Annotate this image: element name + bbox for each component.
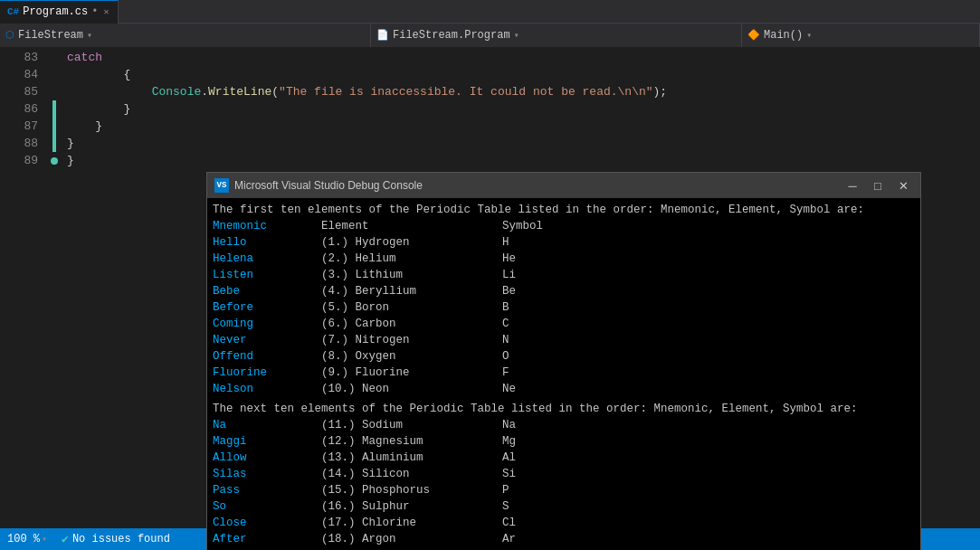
mnemonic-cell: Hello (213, 234, 321, 251)
element-row: Bebe(4.) BerylliumBe (213, 283, 915, 299)
element-row: So(16.) SulphurS (213, 498, 915, 515)
element-row: Before(5.) BoronB (213, 299, 915, 316)
line-numbers: 83 84 85 86 87 88 89 (0, 47, 45, 528)
element-row: Never(7.) NitrogenN (213, 332, 915, 348)
scope-label-3: Main() (764, 29, 803, 42)
symbol-cell: Ar (502, 531, 516, 547)
symbol-cell: Cl (502, 515, 516, 531)
minimize-button[interactable]: ─ (842, 177, 862, 194)
element-cell: (18.) Argon (321, 531, 502, 547)
mnemonic-cell: Offend (213, 348, 321, 365)
mnemonic-cell: Allow (213, 450, 321, 466)
symbol-cell: Ne (502, 381, 516, 397)
section1-header: The first ten elements of the Periodic T… (213, 202, 915, 218)
console-body[interactable]: The first ten elements of the Periodic T… (207, 198, 920, 550)
mnemonic-cell: Maggi (213, 433, 321, 450)
element-row: Maggi(12.) MagnesiumMg (213, 433, 915, 450)
symbol-cell: Mg (502, 433, 516, 450)
symbol-cell: H (502, 234, 509, 251)
symbol-cell: Na (502, 417, 516, 433)
mnemonic-cell: Silas (213, 466, 321, 482)
element-cell: (6.) Carbon (321, 316, 502, 332)
mnemonic-cell: So (213, 498, 321, 515)
element-cell: (2.) Helium (321, 251, 502, 267)
cs-file-icon: C# (7, 6, 19, 17)
symbol-cell: Be (502, 283, 516, 299)
scope-label-1: FileStream (18, 29, 83, 42)
element-cell: (12.) Magnesium (321, 433, 502, 450)
element-cell: (4.) Beryllium (321, 283, 502, 299)
line-num-89: 89 (0, 152, 38, 169)
element-cell: (10.) Neon (321, 381, 502, 397)
mnemonic-cell: After (213, 531, 321, 547)
symbol-cell: Li (502, 267, 516, 283)
brace-close-88: } (67, 135, 74, 152)
col-headers-row: Mnemonic Element Symbol (213, 218, 915, 234)
element-row: Coming(6.) CarbonC (213, 316, 915, 332)
close-button[interactable]: ✕ (893, 177, 913, 194)
console-title: Microsoft Visual Studio Debug Console (234, 179, 837, 192)
scope-dropdown-2[interactable]: 📄 FileStream.Program ▾ (371, 24, 742, 47)
code-line-85: Console.WriteLine("The file is inaccessi… (67, 83, 980, 100)
toolbar: ⬡ FileStream ▾ 📄 FileStream.Program ▾ 🔶 … (0, 24, 980, 47)
tab-program-cs[interactable]: C# Program.cs • ✕ (0, 0, 119, 24)
mnemonic-cell: Na (213, 417, 321, 433)
gutter (45, 47, 63, 528)
console-class: Console (152, 83, 202, 100)
tab-bar: C# Program.cs • ✕ (0, 0, 980, 24)
element-cell: (17.) Chlorine (321, 515, 502, 531)
zoom-selector[interactable]: 100 % ▾ (7, 533, 47, 545)
element-cell: (13.) Aluminium (321, 450, 502, 466)
line-num-85: 85 (0, 83, 38, 100)
element-row: Fluorine(9.) FluorineF (213, 365, 915, 381)
filestream-program-icon: 📄 (376, 29, 389, 41)
symbol-cell: F (502, 365, 509, 381)
chevron-down-icon-1: ▾ (87, 30, 92, 41)
brace-open: { (67, 66, 130, 83)
zoom-chevron: ▾ (42, 534, 47, 545)
element-row: After(18.) ArgonAr (213, 531, 915, 547)
editor-area: 83 84 85 86 87 88 89 catch { Console.Wri… (0, 47, 980, 528)
element-row: Offend(8.) OxygenO (213, 348, 915, 365)
element-row: Pass(15.) PhosphorusP (213, 482, 915, 498)
section2-header: The next ten elements of the Periodic Ta… (213, 401, 915, 417)
symbol-cell: B (502, 299, 509, 316)
element-cell: (15.) Phosphorus (321, 482, 502, 498)
zoom-label: 100 % (7, 533, 40, 545)
element-cell: (5.) Boron (321, 299, 502, 316)
mnemonic-cell: Fluorine (213, 365, 321, 381)
issues-label: No issues found (72, 533, 170, 545)
element-row: Listen(3.) LithiumLi (213, 267, 915, 283)
element-row: Hello(1.) HydrogenH (213, 234, 915, 251)
element-cell: (9.) Fluorine (321, 365, 502, 381)
scope-dropdown-1[interactable]: ⬡ FileStream ▾ (0, 24, 371, 47)
mnemonic-cell: Nelson (213, 381, 321, 397)
mnemonic-cell: Helena (213, 251, 321, 267)
element-row: Na(11.) SodiumNa (213, 417, 915, 433)
writeline-method: WriteLine (208, 83, 271, 100)
elements-11-20-container: Na(11.) SodiumNaMaggi(12.) MagnesiumMgAl… (213, 417, 915, 550)
mnemonic-cell: Listen (213, 267, 321, 283)
symbol-cell: P (502, 482, 509, 498)
col-header-symbol: Symbol (502, 218, 543, 234)
symbol-cell: S (502, 498, 509, 515)
element-cell: (16.) Sulphur (321, 498, 502, 515)
col-header-mnemonic: Mnemonic (213, 218, 321, 234)
symbol-cell: Si (502, 466, 516, 482)
code-line-86: } (67, 100, 980, 118)
tab-close-button[interactable]: ✕ (101, 6, 110, 17)
scope-dropdown-3[interactable]: 🔶 Main() ▾ (742, 24, 980, 47)
element-cell: (11.) Sodium (321, 417, 502, 433)
element-cell: (1.) Hydrogen (321, 234, 502, 251)
element-row: Silas(14.) SiliconSi (213, 466, 915, 482)
mnemonic-cell: Close (213, 515, 321, 531)
elements-1-10-container: Hello(1.) HydrogenHHelena(2.) HeliumHeLi… (213, 234, 915, 397)
line-num-87: 87 (0, 118, 38, 135)
element-row: Allow(13.) AluminiumAl (213, 450, 915, 466)
filestream-icon: ⬡ (5, 29, 14, 41)
symbol-cell: C (502, 316, 509, 332)
mnemonic-cell: Bebe (213, 283, 321, 299)
line-num-88: 88 (0, 135, 38, 152)
chevron-down-icon-3: ▾ (806, 30, 812, 41)
restore-button[interactable]: □ (868, 177, 888, 194)
